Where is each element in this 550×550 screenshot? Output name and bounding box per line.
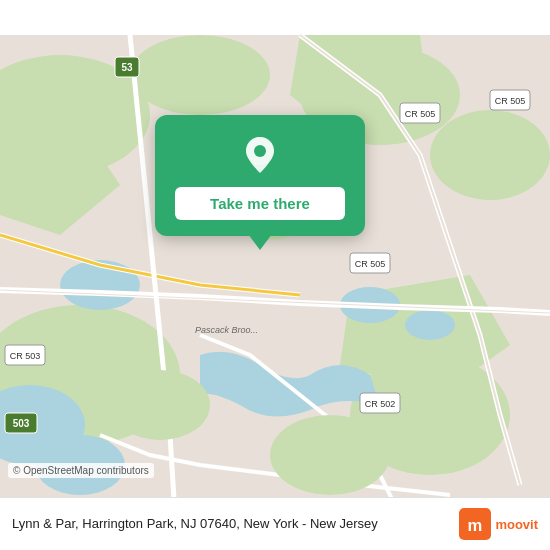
- take-me-there-button[interactable]: Take me there: [175, 187, 345, 220]
- svg-point-31: [110, 370, 210, 440]
- svg-point-2: [130, 35, 270, 115]
- moovit-text: moovit: [495, 517, 538, 532]
- svg-text:53: 53: [121, 62, 133, 73]
- svg-point-34: [254, 145, 266, 157]
- svg-text:CR 505: CR 505: [405, 109, 436, 119]
- bottom-bar: Lynn & Par, Harrington Park, NJ 07640, N…: [0, 497, 550, 550]
- osm-credit-text: © OpenStreetMap contributors: [13, 465, 149, 476]
- location-pin-icon: [238, 133, 282, 177]
- svg-point-4: [430, 110, 550, 200]
- popup-card: Take me there: [155, 115, 365, 236]
- moovit-logo-icon: m: [459, 508, 491, 540]
- address-text: Lynn & Par, Harrington Park, NJ 07640, N…: [12, 515, 449, 533]
- osm-credit: © OpenStreetMap contributors: [8, 463, 154, 478]
- svg-point-14: [405, 310, 455, 340]
- svg-text:Pascack Broo...: Pascack Broo...: [195, 325, 258, 335]
- svg-text:m: m: [468, 516, 483, 535]
- svg-text:503: 503: [13, 418, 30, 429]
- svg-point-32: [270, 415, 390, 495]
- svg-text:CR 503: CR 503: [10, 351, 41, 361]
- svg-text:CR 505: CR 505: [355, 259, 386, 269]
- svg-text:CR 502: CR 502: [365, 399, 396, 409]
- svg-text:CR 505: CR 505: [495, 96, 526, 106]
- moovit-logo: m moovit: [459, 508, 538, 540]
- map-container: 53 CR 505 CR 505 CR 505 CR 503 503 CR 50…: [0, 0, 550, 550]
